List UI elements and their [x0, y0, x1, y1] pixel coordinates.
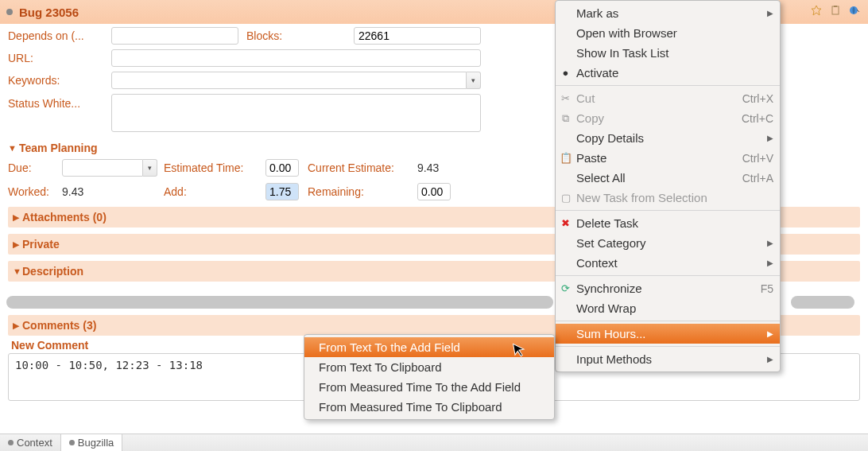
menu-new-task-selection: ▢New Task from Selection: [556, 188, 780, 208]
menu-label: From Text To Clipboard: [319, 360, 442, 374]
description-title: Description: [22, 265, 83, 278]
globe-icon[interactable]: [849, 5, 860, 16]
menu-label: Sum Hours...: [576, 327, 646, 340]
tab-bugzilla[interactable]: Bugzilla: [61, 434, 123, 451]
accel: Ctrl+A: [742, 172, 773, 185]
keywords-input[interactable]: [111, 72, 467, 89]
expand-icon: ▼: [8, 143, 16, 153]
accel: Ctrl+C: [742, 112, 773, 125]
dot-icon: ●: [560, 67, 572, 79]
toolbar-icons: [811, 5, 860, 16]
menu-label: Copy Details: [576, 131, 644, 145]
menu-paste[interactable]: 📋PasteCtrl+V: [556, 148, 780, 168]
menu-label: Cut: [576, 91, 595, 105]
depends-on-input[interactable]: [111, 27, 238, 45]
dot-icon: [69, 440, 75, 445]
menu-from-text-to-clipboard[interactable]: From Text To Clipboard: [304, 357, 554, 377]
accel: F5: [761, 282, 773, 295]
clipboard-icon[interactable]: [830, 5, 841, 16]
context-menu: Mark as▶ Open with Browser Show In Task …: [555, 0, 781, 372]
collapse-icon: ▶: [13, 212, 21, 223]
menu-label: Delete Task: [576, 216, 638, 230]
estimated-time-input[interactable]: [265, 159, 299, 177]
submenu-arrow-icon: ▶: [767, 134, 773, 142]
svg-rect-2: [834, 6, 837, 7]
blocks-label: Blocks:: [246, 29, 346, 42]
menu-from-measured-to-clipboard[interactable]: From Measured Time To Clipboard: [304, 397, 554, 417]
clipboard-icon: 📋: [560, 152, 572, 164]
blocks-input[interactable]: [354, 27, 481, 45]
collapse-icon: ▶: [13, 239, 21, 250]
menu-label: Synchronize: [576, 282, 642, 295]
menu-synchronize[interactable]: ⟳SynchronizeF5: [556, 278, 780, 298]
status-white-textarea[interactable]: [111, 94, 481, 132]
scissors-icon: ✂: [560, 92, 572, 104]
menu-set-category[interactable]: Set Category▶: [556, 233, 780, 253]
menu-copy: ⧉CopyCtrl+C: [556, 108, 780, 128]
menu-label: Mark as: [576, 6, 618, 20]
worked-value: 9.43: [62, 185, 157, 198]
menu-label: From Text To the Add Field: [319, 340, 460, 354]
keywords-dropdown-button[interactable]: ▾: [467, 72, 481, 89]
submenu-arrow-icon: ▶: [767, 329, 773, 338]
redacted-area: [791, 296, 854, 309]
menu-label: Activate: [576, 66, 618, 80]
delete-icon: ✖: [560, 217, 572, 229]
dot-icon: [8, 440, 14, 445]
due-combo[interactable]: ▾: [62, 159, 157, 177]
expand-icon: ▼: [13, 266, 21, 276]
remaining-input[interactable]: [417, 183, 451, 200]
accel: Ctrl+X: [742, 92, 773, 105]
due-dropdown-button[interactable]: ▾: [143, 159, 157, 177]
estimated-time-label: Estimated Time:: [164, 161, 259, 174]
tab-label: Bugzilla: [78, 437, 114, 449]
menu-context[interactable]: Context▶: [556, 253, 780, 273]
sum-hours-submenu: From Text To the Add Field From Text To …: [304, 334, 555, 420]
menu-label: Input Methods: [576, 352, 652, 366]
star-icon[interactable]: [811, 5, 822, 16]
menu-label: New Task from Selection: [576, 191, 707, 204]
menu-label: Context: [576, 256, 618, 270]
bottom-tabs: Context Bugzilla: [0, 434, 868, 451]
status-white-label: Status White...: [8, 94, 103, 110]
depends-on-label: Depends on (...: [8, 29, 103, 42]
task-icon: ▢: [560, 192, 572, 204]
menu-open-browser[interactable]: Open with Browser: [556, 23, 780, 43]
submenu-arrow-icon: ▶: [767, 9, 773, 17]
sync-icon: ⟳: [560, 282, 572, 294]
bullet-icon: [6, 9, 13, 15]
menu-word-wrap[interactable]: Word Wrap: [556, 298, 780, 318]
svg-marker-0: [812, 6, 821, 15]
add-input[interactable]: [265, 183, 299, 200]
menu-input-methods[interactable]: Input Methods▶: [556, 349, 780, 369]
menu-delete-task[interactable]: ✖Delete Task: [556, 213, 780, 233]
menu-show-task-list[interactable]: Show In Task List: [556, 43, 780, 63]
comments-title: Comments (3): [22, 319, 96, 332]
add-label: Add:: [164, 185, 259, 198]
submenu-arrow-icon: ▶: [767, 355, 773, 364]
menu-label: Show In Task List: [576, 46, 668, 60]
menu-select-all[interactable]: Select AllCtrl+A: [556, 168, 780, 188]
menu-label: Word Wrap: [576, 301, 636, 315]
attachments-title: Attachments (0): [22, 211, 107, 224]
private-title: Private: [22, 238, 60, 251]
menu-label: Set Category: [576, 236, 646, 250]
menu-from-text-to-add[interactable]: From Text To the Add Field: [304, 337, 554, 357]
tab-context[interactable]: Context: [0, 434, 61, 451]
menu-label: From Measured Time To Clipboard: [319, 400, 502, 414]
submenu-arrow-icon: ▶: [767, 259, 773, 267]
url-input[interactable]: [111, 49, 481, 67]
collapse-icon: ▶: [13, 321, 21, 331]
menu-from-measured-to-add[interactable]: From Measured Time To the Add Field: [304, 377, 554, 397]
due-label: Due:: [8, 161, 56, 174]
menu-sum-hours[interactable]: Sum Hours...▶: [556, 324, 780, 344]
menu-label: Paste: [576, 151, 606, 165]
keywords-combo[interactable]: ▾: [111, 72, 481, 89]
svg-rect-1: [832, 6, 839, 14]
due-input[interactable]: [62, 159, 143, 177]
tab-label: Context: [17, 437, 52, 449]
menu-copy-details[interactable]: Copy Details▶: [556, 128, 780, 148]
menu-label: Copy: [576, 111, 604, 125]
menu-activate[interactable]: ●Activate: [556, 63, 780, 83]
menu-mark-as[interactable]: Mark as▶: [556, 3, 780, 23]
